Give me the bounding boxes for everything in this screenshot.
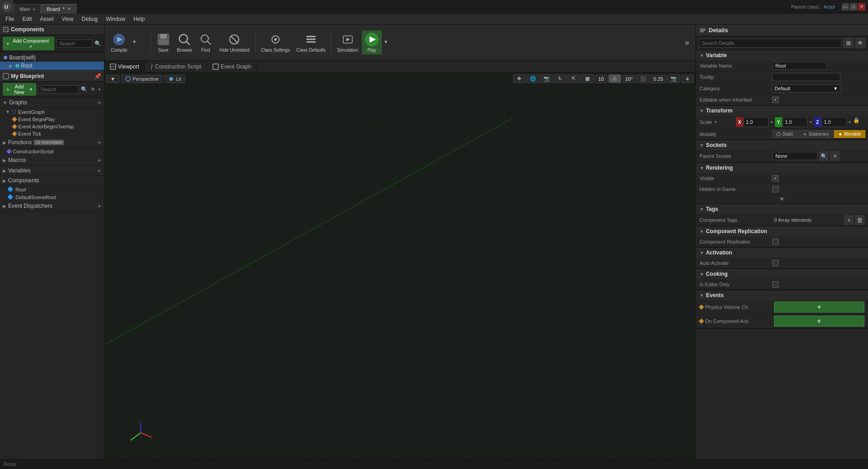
scale-x-input[interactable] xyxy=(744,117,769,127)
expand-viewport-button[interactable]: ▼ xyxy=(106,75,119,83)
expand-toolbar-button[interactable]: » xyxy=(682,37,692,49)
blueprint-view-icon[interactable]: 👁 xyxy=(90,86,96,93)
save-button[interactable]: Save xyxy=(153,30,173,54)
scale-dropdown-arrow[interactable]: ▼ xyxy=(714,120,718,124)
browse-button[interactable]: Browse xyxy=(174,30,195,54)
mobility-stationary-button[interactable]: Stationary xyxy=(799,130,833,138)
tab-board[interactable]: Board * ✕ xyxy=(41,4,77,14)
activation-section-header[interactable]: ▼ Activation xyxy=(696,248,868,258)
component-replication-section-header[interactable]: ▼ Component Replication xyxy=(696,226,868,236)
variables-section-header[interactable]: ▶ Variables + xyxy=(0,166,104,176)
tab-main[interactable]: Main • xyxy=(14,4,41,14)
camera-tool[interactable]: 📷 xyxy=(540,74,553,83)
menu-help[interactable]: Help xyxy=(130,15,148,23)
hide-unrelated-button[interactable]: Hide Unrelated xyxy=(217,30,252,54)
close-button[interactable]: ✕ xyxy=(858,3,865,10)
globe-tool[interactable]: 🌐 xyxy=(527,74,539,83)
camera-speed-value[interactable]: 4 xyxy=(681,75,694,83)
add-new-button[interactable]: + Add New ▼ xyxy=(3,83,36,96)
rotate-tool[interactable]: ↻ xyxy=(554,74,567,83)
variable-name-input[interactable] xyxy=(772,62,827,70)
add-component-button[interactable]: + Add Component > xyxy=(3,37,54,50)
socket-search-button[interactable]: 🔍 xyxy=(819,151,829,161)
bp-root-item[interactable]: 🔷 Root xyxy=(0,186,104,193)
defaultsceneroot-item[interactable]: 🔷 DefaultSceneRoot xyxy=(0,193,104,201)
maximize-button[interactable]: □ xyxy=(850,3,857,10)
graphs-add-button[interactable]: + xyxy=(98,99,101,106)
sockets-section-header[interactable]: ▼ Sockets xyxy=(696,140,868,150)
event-actorbeginoverlap-item[interactable]: Event ActorBeginOverlap xyxy=(0,123,104,130)
menu-edit[interactable]: Edit xyxy=(19,15,35,23)
tags-add-button[interactable]: + xyxy=(844,215,853,225)
functions-section-header[interactable]: ▶ Functions 18 Overridable + xyxy=(0,137,104,148)
angle-snap-icon[interactable]: ⚠ xyxy=(608,74,621,83)
variables-add-button[interactable]: + xyxy=(98,167,101,174)
lit-mode-button[interactable]: Lit xyxy=(164,75,185,83)
functions-add-button[interactable]: + xyxy=(98,139,101,146)
events-section-header[interactable]: ▼ Events xyxy=(696,290,868,300)
perspective-mode-button[interactable]: Perspective xyxy=(121,75,163,83)
tree-item-board-self[interactable]: Board(self) xyxy=(0,54,104,62)
simulation-button[interactable]: Simulation xyxy=(334,30,361,54)
menu-asset[interactable]: Asset xyxy=(36,15,57,23)
minimize-button[interactable]: — xyxy=(842,3,849,10)
tab-construction-script[interactable]: ƒ Construction Script xyxy=(145,61,207,72)
play-dropdown[interactable] xyxy=(383,34,399,52)
component-search-icon[interactable]: 🔍 xyxy=(94,40,101,47)
class-settings-button[interactable]: Class Settings xyxy=(258,30,293,54)
tooltip-input[interactable] xyxy=(772,73,840,81)
component-replicates-checkbox[interactable] xyxy=(772,239,779,245)
camera-speed-icon[interactable]: 📷 xyxy=(667,74,680,83)
scale-snap-icon[interactable]: ⬛ xyxy=(637,74,650,83)
event-dispatchers-section-header[interactable]: ▶ Event Dispatchers + xyxy=(0,201,104,211)
eventgraph-item[interactable]: ▼ ⬡ EventGraph xyxy=(0,108,104,116)
event-beginplay-item[interactable]: Event BeginPlay xyxy=(0,116,104,123)
variable-section-header[interactable]: ▼ Variable xyxy=(696,50,868,60)
details-eye-button[interactable]: 👁 xyxy=(855,38,865,48)
constructionscript-item[interactable]: ConstructionScript xyxy=(0,148,104,155)
mobility-movable-button[interactable]: Movable xyxy=(834,130,865,138)
blueprint-pin-icon[interactable]: 📌 xyxy=(94,73,101,79)
tags-remove-button[interactable]: 🗑 xyxy=(855,215,864,225)
on-component-activated-add-button[interactable]: + xyxy=(774,316,864,327)
scale-z-input[interactable] xyxy=(822,117,847,127)
menu-view[interactable]: View xyxy=(58,15,77,23)
blueprint-search-input[interactable] xyxy=(38,85,79,93)
lock-icon[interactable]: 🔒 xyxy=(853,117,860,127)
event-tick-item[interactable]: Event Tick xyxy=(0,130,104,137)
tab-board-close[interactable]: ✕ xyxy=(67,6,71,11)
tab-event-graph[interactable]: Event Graph xyxy=(207,61,257,72)
rendering-section-header[interactable]: ▼ Rendering xyxy=(696,163,868,173)
category-dropdown[interactable]: Default ▼ xyxy=(772,84,840,93)
tab-viewport[interactable]: Viewport xyxy=(104,61,145,72)
parent-socket-input[interactable] xyxy=(772,152,818,160)
scale-y-input[interactable] xyxy=(783,117,808,127)
tree-item-root[interactable]: ▶ Root xyxy=(0,62,104,70)
details-search-input[interactable] xyxy=(699,39,842,48)
menu-debug[interactable]: Debug xyxy=(78,15,101,23)
blueprint-view-dropdown[interactable]: ▼ xyxy=(98,88,101,92)
menu-file[interactable]: File xyxy=(2,15,18,23)
physics-volume-add-button[interactable]: + xyxy=(774,302,864,313)
class-defaults-button[interactable]: Class Defaults xyxy=(294,30,328,54)
component-search-input[interactable] xyxy=(56,39,93,48)
blueprint-search-icon[interactable]: 🔍 xyxy=(81,86,88,93)
macros-section-header[interactable]: ▶ Macros + xyxy=(0,155,104,166)
hidden-in-game-checkbox[interactable] xyxy=(772,186,779,192)
details-grid-view-button[interactable]: ⊞ xyxy=(843,38,853,48)
grid-snap-toggle[interactable]: ▦ xyxy=(581,74,594,83)
graphs-section-header[interactable]: ▼ Graphs + xyxy=(0,98,104,108)
find-button[interactable]: Find xyxy=(196,30,216,54)
compile-dropdown[interactable] xyxy=(131,34,148,52)
compile-button[interactable]: Compile xyxy=(108,30,130,54)
cooking-section-header[interactable]: ▼ Cooking xyxy=(696,269,868,279)
scale-snap-value[interactable]: 0.25 xyxy=(651,75,666,83)
socket-clear-button[interactable]: ✕ xyxy=(830,151,839,161)
auto-activate-checkbox[interactable] xyxy=(772,260,779,266)
menu-window[interactable]: Window xyxy=(102,15,129,23)
editable-inherited-checkbox[interactable] xyxy=(772,97,779,103)
event-dispatchers-add-button[interactable]: + xyxy=(98,202,101,210)
visible-checkbox[interactable] xyxy=(772,175,779,181)
grid-snap-value[interactable]: 10 xyxy=(595,75,607,83)
play-button[interactable]: Play xyxy=(362,30,382,54)
